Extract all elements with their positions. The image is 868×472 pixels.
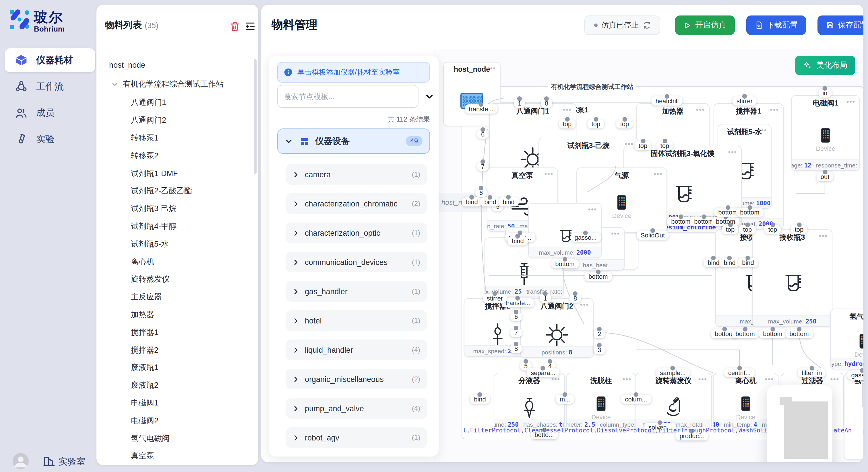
port-chip-top[interactable]: top [588,119,604,129]
port-chip-7[interactable]: 7 [510,328,522,337]
trash-icon[interactable] [229,21,241,32]
port-chip-7[interactable]: 7 [477,162,489,171]
port-chip-sample...[interactable]: sample... [656,368,689,377]
tree-item[interactable]: 废液瓶2 [96,377,251,395]
tree-item[interactable]: 试剂瓶4-甲醇 [96,217,251,235]
collapse-list-icon[interactable] [245,21,256,32]
port-chip-top[interactable]: top [791,225,808,234]
port-chip-gasso...[interactable]: gasso... [570,233,600,242]
refresh-icon[interactable] [643,21,651,29]
avatar[interactable] [12,453,29,469]
beautify-layout-button[interactable]: 美化布局 [795,56,856,75]
tree-item[interactable]: 转移泵2 [96,147,251,165]
search-input[interactable] [277,85,418,108]
category-row-characterization_chromatic[interactable]: characterization_chromatic(2) [286,193,427,214]
port-chip-bottom[interactable]: bottom [732,329,758,338]
canvas-node-氢气电磁阀[interactable]: 氢气电磁阀•••Device [844,373,863,460]
tree-item[interactable]: 试剂瓶1-DMF [96,165,251,182]
port-chip-8[interactable]: 8 [569,294,581,303]
port-chip-top[interactable]: top [656,141,673,150]
port-chip-gasso...[interactable]: gasso... [847,370,863,380]
node-menu-icon[interactable]: ••• [487,64,496,72]
node-menu-icon[interactable]: ••• [580,301,589,308]
port-chip-in[interactable]: in [818,88,831,98]
port-chip-top[interactable]: top [764,225,781,234]
tree-item[interactable]: 旋转蒸发仪 [96,271,251,289]
category-row-hotel[interactable]: hotel(1) [286,310,427,331]
canvas-node-氢气气源[interactable]: 氢气气源•••Device_type: hydrogenmax_pre [830,308,863,369]
node-menu-icon[interactable]: ••• [846,98,856,105]
port-chip-heatchill[interactable]: heatchill [652,96,683,105]
tree-item[interactable]: 真空泵 [96,447,251,465]
port-chip-bind[interactable]: bind [738,258,758,267]
tree-item[interactable]: 八通阀门1 [96,94,251,112]
chevron-down-icon[interactable] [425,92,434,101]
port-chip-bind[interactable]: bind [720,258,740,267]
port-chip-filter_in[interactable]: filter_in [798,368,826,377]
tree-scrollbar[interactable] [254,59,257,174]
tree-item[interactable]: 氢气电磁阀 [96,430,251,447]
port-chip-stirrer[interactable]: stirrer [733,96,756,105]
category-row-robot_agv[interactable]: robot_agv(1) [286,427,427,448]
port-chip-bottom[interactable]: bottom [759,329,786,338]
port-chip-bottom[interactable]: bottom [584,272,612,281]
node-menu-icon[interactable]: ••• [563,105,572,113]
canvas-node[interactable]: •••max_volume: 2000 [528,203,601,258]
port-chip-top[interactable]: top [559,119,576,129]
port-chip-bottom[interactable]: bottom [736,208,763,217]
port-chip-bottom[interactable]: bottom [551,259,578,268]
port-chip-centrif...[interactable]: centrif... [724,368,755,377]
tree-item[interactable]: 试剂瓶3-己烷 [96,200,251,218]
tree-item[interactable]: 转移泵1 [96,129,251,147]
node-menu-icon[interactable]: ••• [770,105,779,113]
sidebar-item-workflow[interactable]: 工作流 [5,74,95,99]
port-chip-transfe...[interactable]: transfe... [465,104,497,113]
tree-item[interactable]: 加热器 [96,306,251,324]
chevron-down-icon[interactable] [112,81,118,88]
canvas-node-分液器[interactable]: 分液器•••volume: 250has_phases: true [494,373,565,430]
category-row-pump_and_valve[interactable]: pump_and_valve(4) [286,398,427,419]
sidebar-item-members[interactable]: 成员 [5,101,95,125]
lab-switcher[interactable]: 实验室 [59,456,85,468]
sidebar-item-instruments[interactable]: 仪器耗材 [5,48,95,72]
port-chip-8[interactable]: 8 [541,99,552,108]
port-chip-bind[interactable]: bind [462,197,482,206]
node-menu-icon[interactable]: ••• [588,205,597,213]
save-config-button[interactable]: 保存配置 [817,15,863,35]
download-config-button[interactable]: 下载配置 [746,15,806,35]
node-menu-icon[interactable]: ••• [819,232,828,240]
port-chip-8[interactable]: 8 [510,344,522,353]
node-menu-icon[interactable]: ••• [830,375,839,383]
port-chip-bind[interactable]: bind [480,197,500,206]
tree-item[interactable]: 废液瓶1 [96,359,251,377]
category-row-camera[interactable]: camera(1) [286,164,427,185]
tree-item[interactable]: 搅拌器1 [96,324,251,341]
category-row-gas_handler[interactable]: gas_handler(1) [286,281,427,302]
port-chip-colum...[interactable]: colum... [621,395,651,404]
category-row-communication_devices[interactable]: communication_devices(1) [286,252,427,272]
floating-preview-box[interactable] [767,385,832,462]
node-graph-canvas[interactable]: 美化布局 有机化学流程综合测试工作站 host_no... 转移泵1•••tra… [433,49,863,462]
sidebar-item-experiments[interactable]: 实验 [5,127,95,151]
node-menu-icon[interactable]: ••• [696,105,705,113]
tree-item[interactable]: 电磁阀1 [96,394,251,412]
port-chip-6[interactable]: 6 [510,312,522,321]
node-menu-icon[interactable]: ••• [699,375,707,383]
tree-item[interactable]: 有机化学流程综合测试工作站 [96,74,251,94]
tree-item[interactable]: 主反应器 [96,289,251,306]
port-chip-3[interactable]: 3 [594,345,605,355]
port-chip-2[interactable]: 2 [594,329,605,338]
port-chip-SolidOut[interactable]: SolidOut [637,231,669,240]
node-menu-icon[interactable]: ••• [728,148,737,156]
port-chip-top[interactable]: top [634,141,652,150]
category-group-instruments[interactable]: 仪器设备 49 [277,129,430,154]
port-chip-separa...[interactable]: separa... [527,368,559,377]
node-menu-icon[interactable]: ••• [765,375,774,383]
node-menu-icon[interactable]: ••• [758,126,767,134]
node-menu-icon[interactable]: ••• [654,170,662,178]
node-menu-icon[interactable]: ••• [611,229,620,237]
port-chip-top[interactable]: top [722,225,739,234]
category-row-organic_miscellaneous[interactable]: organic_miscellaneous(2) [286,369,427,390]
port-chip-bind[interactable]: bind [499,197,519,206]
canvas-node-电磁阀1[interactable]: 电磁阀1•••Devicevoltage: 12response_time: 0… [791,95,860,171]
